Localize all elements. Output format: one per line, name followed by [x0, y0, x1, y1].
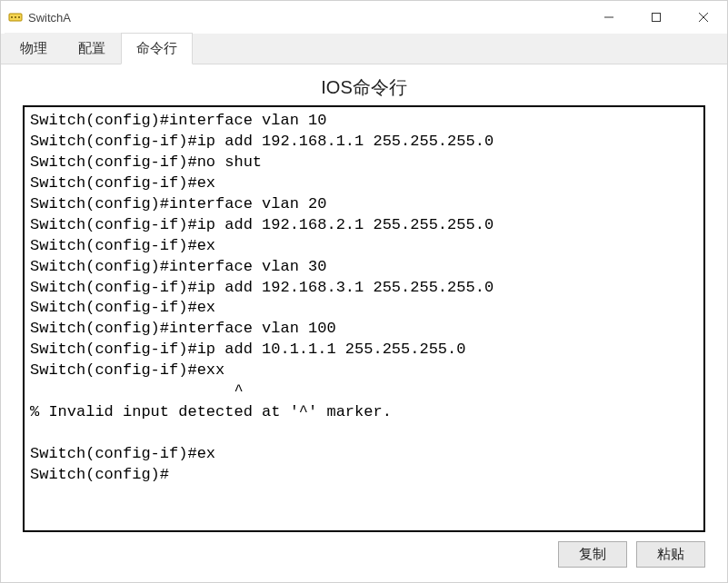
button-row: 复制 粘贴	[23, 532, 705, 568]
tab-physical[interactable]: 物理	[5, 33, 63, 64]
tabbar: 物理 配置 命令行	[1, 34, 727, 64]
close-button[interactable]	[680, 1, 727, 34]
app-window: SwitchA 物理 配置 命令行 IOS命令行 Switch(config)#…	[0, 0, 728, 583]
paste-button[interactable]: 粘贴	[636, 541, 705, 568]
titlebar: SwitchA	[1, 1, 727, 34]
maximize-button[interactable]	[633, 1, 680, 34]
panel-title: IOS命令行	[23, 75, 705, 100]
svg-point-3	[18, 16, 20, 18]
svg-point-1	[11, 16, 13, 18]
terminal-output[interactable]: Switch(config)#interface vlan 10 Switch(…	[23, 105, 705, 532]
content-area: IOS命令行 Switch(config)#interface vlan 10 …	[1, 64, 727, 582]
svg-rect-5	[653, 14, 661, 22]
minimize-button[interactable]	[585, 1, 633, 34]
terminal-text[interactable]: Switch(config)#interface vlan 10 Switch(…	[30, 111, 698, 486]
tab-cli[interactable]: 命令行	[121, 33, 193, 64]
window-title: SwitchA	[28, 11, 71, 25]
svg-point-2	[15, 16, 16, 18]
window-controls	[585, 1, 727, 34]
app-icon	[8, 10, 23, 25]
tab-config[interactable]: 配置	[63, 33, 121, 64]
copy-button[interactable]: 复制	[558, 541, 627, 568]
